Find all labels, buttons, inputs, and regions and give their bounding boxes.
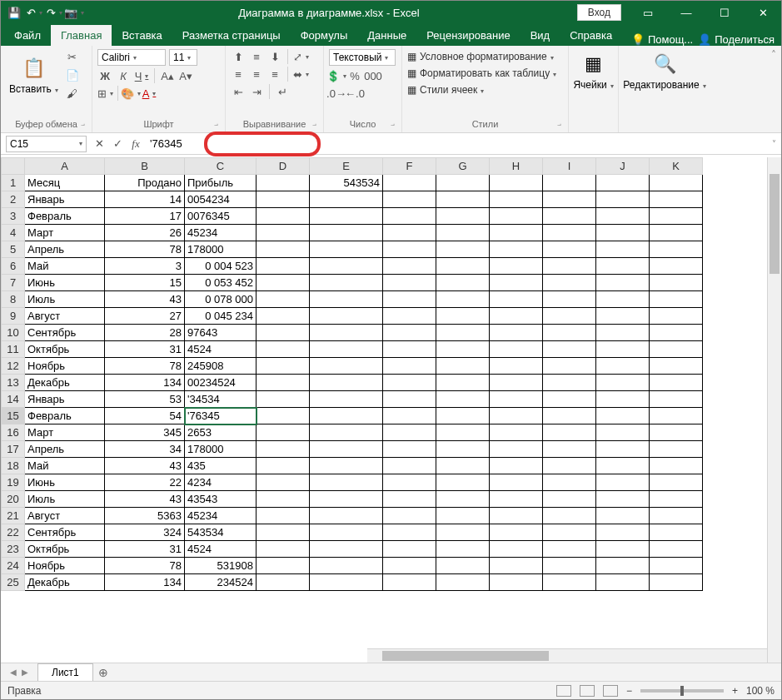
cell-B7[interactable]: 15 [105, 275, 185, 291]
cell-A13[interactable]: Декабрь [25, 375, 105, 391]
cell-C6[interactable]: 0 004 523 [185, 258, 257, 275]
cell-A2[interactable]: Январь [25, 191, 105, 208]
tab-формулы[interactable]: Формулы [291, 25, 358, 46]
row-header-10[interactable]: 10 [2, 325, 25, 341]
cell-A15[interactable]: Февраль [25, 408, 105, 424]
col-header-F[interactable]: F [383, 158, 436, 175]
tab-главная[interactable]: Главная [51, 25, 112, 46]
cell-B4[interactable]: 26 [105, 225, 185, 241]
cell-A19[interactable]: Июнь [25, 474, 105, 491]
cell-C12[interactable]: 245908 [185, 358, 257, 375]
align-right-icon[interactable]: ≡ [267, 67, 282, 82]
cell-C1[interactable]: Прибыль [185, 175, 257, 191]
row-header-21[interactable]: 21 [2, 508, 25, 524]
zoom-out-icon[interactable]: − [626, 685, 632, 697]
italic-button[interactable]: К [116, 68, 131, 83]
camera-icon[interactable]: 📷 [67, 6, 81, 19]
row-header-20[interactable]: 20 [2, 491, 25, 508]
align-left-icon[interactable]: ≡ [231, 67, 246, 82]
cell-C24[interactable]: 531908 [185, 558, 257, 574]
col-header-B[interactable]: B [105, 158, 185, 175]
cell-A6[interactable]: Май [25, 258, 105, 275]
tab-справка[interactable]: Справка [560, 25, 622, 46]
row-header-25[interactable]: 25 [2, 574, 25, 591]
row-header-5[interactable]: 5 [2, 241, 25, 258]
cell-E1[interactable]: 543534 [310, 175, 383, 191]
underline-button[interactable]: Ч [134, 68, 149, 83]
col-header-D[interactable]: D [257, 158, 310, 175]
row-header-17[interactable]: 17 [2, 441, 25, 458]
decrease-font-icon[interactable]: A▾ [178, 68, 193, 83]
format-painter-icon[interactable]: 🖌 [65, 86, 80, 101]
save-icon[interactable]: 💾 [7, 6, 21, 19]
currency-icon[interactable]: 💲 [329, 68, 344, 83]
cell-B18[interactable]: 43 [105, 458, 185, 474]
tab-рецензирование[interactable]: Рецензирование [416, 25, 520, 46]
cell-B24[interactable]: 78 [105, 558, 185, 574]
tab-данные[interactable]: Данные [357, 25, 416, 46]
enter-icon[interactable]: ✓ [108, 135, 127, 153]
cell-C3[interactable]: 0076345 [185, 208, 257, 225]
close-icon[interactable]: ✕ [745, 1, 781, 24]
cell-A12[interactable]: Ноябрь [25, 358, 105, 375]
cell-B6[interactable]: 3 [105, 258, 185, 275]
maximize-icon[interactable]: ☐ [706, 1, 743, 24]
cell-B1[interactable]: Продано [105, 175, 185, 191]
tab-вставка[interactable]: Вставка [112, 25, 172, 46]
cell-A23[interactable]: Октябрь [25, 541, 105, 558]
row-header-14[interactable]: 14 [2, 391, 25, 408]
cell-B16[interactable]: 345 [105, 424, 185, 441]
decrease-indent-icon[interactable]: ⇤ [231, 84, 246, 99]
bold-button[interactable]: Ж [97, 68, 112, 83]
cell-B12[interactable]: 78 [105, 358, 185, 375]
cell-B15[interactable]: 54 [105, 408, 185, 424]
paste-button[interactable]: 📋 Вставить [6, 53, 62, 97]
col-header-K[interactable]: K [650, 158, 703, 175]
horizontal-scrollbar[interactable] [367, 648, 767, 663]
font-name-combo[interactable]: Calibri [97, 49, 166, 66]
col-header-H[interactable]: H [490, 158, 543, 175]
tab-вид[interactable]: Вид [521, 25, 560, 46]
expand-formula-bar-icon[interactable]: ˅ [766, 139, 781, 148]
font-color-icon[interactable]: A [142, 86, 157, 101]
cell-C8[interactable]: 0 078 000 [185, 291, 257, 308]
page-layout-view-icon[interactable] [580, 685, 595, 697]
add-sheet-icon[interactable]: ⊕ [93, 666, 113, 679]
signin-button[interactable]: Вход [577, 4, 621, 21]
worksheet-grid[interactable]: ABCDEFGHIJK1МесяцПроданоПрибыль5435342Ян… [1, 157, 781, 663]
row-header-3[interactable]: 3 [2, 208, 25, 225]
cell-C7[interactable]: 0 053 452 [185, 275, 257, 291]
increase-decimal-icon[interactable]: .0→ [329, 86, 344, 101]
row-header-2[interactable]: 2 [2, 191, 25, 208]
cell-B11[interactable]: 31 [105, 341, 185, 358]
cell-C15[interactable]: '76345 [185, 408, 257, 424]
cell-A5[interactable]: Апрель [25, 241, 105, 258]
align-top-icon[interactable]: ⬆ [231, 49, 246, 64]
collapse-ribbon-icon[interactable]: ˄ [766, 46, 781, 132]
redo-icon[interactable]: ↷ [47, 6, 61, 19]
cell-B2[interactable]: 14 [105, 191, 185, 208]
cell-C10[interactable]: 97643 [185, 325, 257, 341]
cell-B17[interactable]: 34 [105, 441, 185, 458]
wrap-text-icon[interactable]: ↵ [275, 84, 290, 99]
cell-C16[interactable]: 2653 [185, 424, 257, 441]
formula-input[interactable]: '76345 [145, 137, 766, 150]
name-box[interactable]: C15▾ [6, 136, 87, 152]
cell-B19[interactable]: 22 [105, 474, 185, 491]
cell-B14[interactable]: 53 [105, 391, 185, 408]
cell-C13[interactable]: 00234524 [185, 375, 257, 391]
cell-B21[interactable]: 5363 [105, 508, 185, 524]
cell-A16[interactable]: Март [25, 424, 105, 441]
cell-B10[interactable]: 28 [105, 325, 185, 341]
cut-icon[interactable]: ✂ [65, 49, 80, 64]
cell-A9[interactable]: Август [25, 308, 105, 325]
cell-B20[interactable]: 43 [105, 491, 185, 508]
cell-B8[interactable]: 43 [105, 291, 185, 308]
zoom-in-icon[interactable]: + [732, 685, 738, 697]
row-header-12[interactable]: 12 [2, 358, 25, 375]
ribbon-display-icon[interactable]: ▭ [630, 1, 666, 24]
row-header-9[interactable]: 9 [2, 308, 25, 325]
format-as-table-button[interactable]: ▦Форматировать как таблицу [407, 66, 563, 81]
cell-C4[interactable]: 45234 [185, 225, 257, 241]
row-header-13[interactable]: 13 [2, 375, 25, 391]
